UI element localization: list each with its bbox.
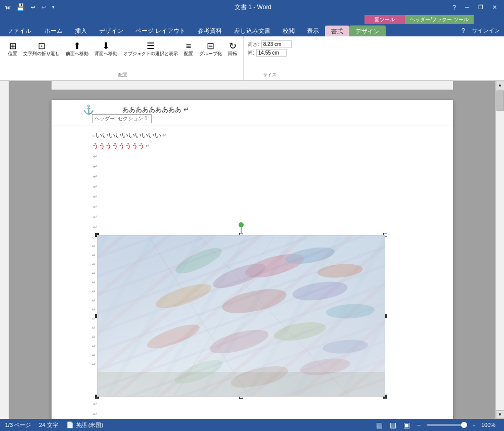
doc-line-after-img-2: ↵ xyxy=(92,409,413,419)
word-app-icon: W xyxy=(4,3,12,11)
header-text: あああああああああ ↵ xyxy=(122,105,413,114)
svg-text:W: W xyxy=(5,5,11,11)
arrange-label: 配置 xyxy=(118,72,127,78)
tab-references[interactable]: 参考資料 xyxy=(192,25,228,36)
tab-view[interactable]: 表示 xyxy=(301,25,325,36)
minimize-button[interactable]: ─ xyxy=(462,3,472,11)
doc-line-after-img-1: ↵ xyxy=(92,399,413,409)
doc-line-empty-5: ↵ xyxy=(92,192,413,202)
zoom-minus-btn[interactable]: ─ xyxy=(416,422,423,428)
status-bar-right: ▦ ▤ ▣ ─ + 100% xyxy=(375,421,499,429)
title-bar: W 💾 ↩ ↩ ▾ 文書 1 - Word ? ─ ❐ ✕ xyxy=(0,0,504,14)
view-web-btn[interactable]: ▤ xyxy=(388,421,398,429)
close-button[interactable]: ✕ xyxy=(489,3,500,12)
document-image[interactable] xyxy=(97,235,385,397)
zoom-level[interactable]: 100% xyxy=(481,422,499,428)
width-input[interactable] xyxy=(256,49,287,57)
wrap-text-btn[interactable]: ⊡ 文字列の折り返し xyxy=(21,40,62,58)
doc-line-1: ⬦ いいいいいいいいいい ↵ xyxy=(92,130,413,141)
ribbon-toolbar: ⊞ 位置 ⊡ 文字列の折り返し ⬆ 前面へ移動 ⬇ 背面へ移動 ☰ オブジェクト… xyxy=(0,36,504,81)
left-margin-marks: ⬦ ↵ ↵ ↵ ↵ ↵ ↵ ↵ ↵ ↵ ↵ ↵ ↵ ↵ ↵ xyxy=(92,232,96,369)
scroll-down-btn[interactable]: ▼ xyxy=(496,410,505,419)
rotate-handle[interactable] xyxy=(239,222,244,227)
doc-line-empty-7: ↵ xyxy=(92,212,413,222)
header-section-label: ヘッダー -セクション 1- xyxy=(92,114,152,123)
content-area: ⚓ ヘッダー -セクション 1- あああああああああ ↵ ⬦ いいいいいいいいい… xyxy=(0,81,504,419)
size-label: サイズ xyxy=(263,72,277,78)
tab-insert[interactable]: 挿入 xyxy=(69,25,93,36)
svg-rect-22 xyxy=(98,372,385,397)
zoom-thumb[interactable] xyxy=(461,422,467,428)
para-mark-e3: ↵ xyxy=(93,173,97,181)
signin-btn[interactable]: サインイン xyxy=(468,27,504,34)
scroll-thumb[interactable] xyxy=(496,90,504,111)
forward-icon: ⬆ xyxy=(73,41,81,51)
title-bar-left: W 💾 ↩ ↩ ▾ xyxy=(4,2,57,12)
wrap-text-icon: ⊡ xyxy=(38,41,45,51)
tab-home[interactable]: ホーム xyxy=(38,25,69,36)
backward-icon: ⬇ xyxy=(102,41,110,51)
redo-quick-btn[interactable]: ↩ xyxy=(39,3,48,12)
ribbon-section-arrange: ⊞ 位置 ⊡ 文字列の折り返し ⬆ 前面へ移動 ⬇ 背面へ移動 ☰ オブジェクト… xyxy=(2,36,244,80)
group-btn[interactable]: ⊟ グループ化 xyxy=(197,40,224,58)
para-mark-2: ↵ xyxy=(146,142,150,150)
align-icon: ≡ xyxy=(186,41,192,51)
view-read-btn[interactable]: ▣ xyxy=(402,421,411,429)
body-area: ⬦ いいいいいいいいいい ↵ うううううううう ↵ ↵ ↵ ↵ ↵ ↵ ↵ ↵ … xyxy=(52,125,453,419)
restore-button[interactable]: ❐ xyxy=(475,3,486,12)
title-bar-right: ? ─ ❐ ✕ xyxy=(449,3,500,12)
scroll-up-btn[interactable]: ▲ xyxy=(496,81,505,89)
forward-btn[interactable]: ⬆ 前面へ移動 xyxy=(64,40,90,58)
status-bar: 1/3 ページ 24 文字 📄 英語 (米国) ▦ ▤ ▣ ─ + 100% xyxy=(0,419,504,431)
doc-line-empty-8: ↵ xyxy=(92,222,413,232)
undo-quick-btn[interactable]: ↩ xyxy=(29,3,37,12)
koinobori-svg xyxy=(98,235,385,397)
image-row: ⬦ ↵ ↵ ↵ ↵ ↵ ↵ ↵ ↵ ↵ ↵ ↵ ↵ ↵ ↵ xyxy=(92,232,413,399)
rotate-icon: ↻ xyxy=(229,41,237,51)
tab-mailings[interactable]: 差し込み文書 xyxy=(228,25,277,36)
zoom-slider[interactable] xyxy=(427,424,467,426)
para-mark-e6: ↵ xyxy=(93,203,97,211)
para-mark-e8: ↵ xyxy=(93,223,97,231)
save-quick-btn[interactable]: 💾 xyxy=(14,2,27,12)
ribbon-tabs-row: ファイル ホーム 挿入 デザイン ページ レイアウト 参考資料 差し込み文書 校… xyxy=(0,24,504,36)
selection-pane-btn[interactable]: ☰ オブジェクトの選択と表示 xyxy=(121,40,180,58)
window-title: 文書 1 - Word xyxy=(235,3,271,12)
para-mark-e4: ↵ xyxy=(93,183,97,191)
zoom-plus-btn[interactable]: + xyxy=(471,422,477,428)
tab-design[interactable]: デザイン xyxy=(93,25,129,36)
ribbon-section-size: 高さ: 幅: サイズ xyxy=(244,36,296,80)
para-mark-e2: ↵ xyxy=(93,163,97,171)
document-page: ⚓ ヘッダー -セクション 1- あああああああああ ↵ ⬦ いいいいいいいいい… xyxy=(52,100,453,419)
rotate-btn[interactable]: ↻ 回転 xyxy=(226,40,239,58)
position-btn[interactable]: ⊞ 位置 xyxy=(6,40,19,58)
group-icon: ⊟ xyxy=(207,41,214,51)
ruler-left xyxy=(0,81,9,419)
help-button[interactable]: ? xyxy=(449,4,459,11)
scrollbar-right: ▲ ▼ xyxy=(495,81,504,419)
align-btn[interactable]: ≡ 配置 xyxy=(182,40,195,58)
customize-quick-btn[interactable]: ▾ xyxy=(50,4,57,11)
tab-pagelayout[interactable]: ページ レイアウト xyxy=(129,25,192,36)
doc-line-2: うううううううう ↵ xyxy=(92,141,413,152)
doc-line-empty-6: ↵ xyxy=(92,202,413,212)
ruler-horizontal xyxy=(52,81,453,90)
position-icon: ⊞ xyxy=(9,41,17,51)
tab-review[interactable]: 校閲 xyxy=(277,25,301,36)
selection-pane-icon: ☰ xyxy=(147,41,155,51)
tab-format[interactable]: 書式 xyxy=(325,25,349,36)
ribbon-outer: 図ツール ヘッダー/フッター ツール ファイル ホーム 挿入 デザイン ページ … xyxy=(0,14,504,36)
koinobori-image xyxy=(97,235,385,397)
header-area: ⚓ ヘッダー -セクション 1- あああああああああ ↵ xyxy=(52,100,453,125)
height-input[interactable] xyxy=(261,40,292,48)
view-print-btn[interactable]: ▦ xyxy=(375,421,384,429)
tab-file[interactable]: ファイル xyxy=(0,25,38,36)
backward-btn[interactable]: ⬇ 背面へ移動 xyxy=(93,40,119,58)
help-ribbon-btn[interactable]: ? xyxy=(459,27,468,34)
doc-line-empty-1: ↵ xyxy=(92,152,413,162)
contextual-label-row: 図ツール ヘッダー/フッター ツール xyxy=(0,14,504,24)
tab-design-context[interactable]: デザイン xyxy=(349,25,386,36)
document-scroll[interactable]: ⚓ ヘッダー -セクション 1- あああああああああ ↵ ⬦ いいいいいいいいい… xyxy=(9,81,495,419)
language-icon: 📄 xyxy=(66,421,74,428)
language-indicator: 📄 英語 (米国) xyxy=(66,421,103,429)
